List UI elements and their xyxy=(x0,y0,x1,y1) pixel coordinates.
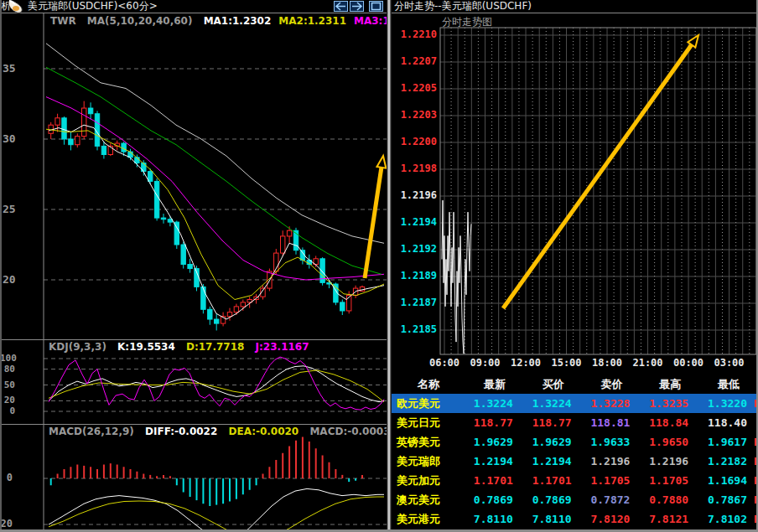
quote-value: 118.77 xyxy=(524,416,583,429)
kdj-d-value: D:17.7718 xyxy=(186,341,244,353)
quote-row[interactable]: 美元日元118.77118.77118.81118.84118.40 xyxy=(392,413,758,432)
macd-dea-value: DEA:-0.0020 xyxy=(228,426,299,437)
kdj-chart[interactable] xyxy=(0,340,387,424)
tick-x-axis: 06:0009:0012:0015:0018:0021:0000:0003:00 xyxy=(392,357,758,370)
quote-value: 0.7869 xyxy=(465,493,524,506)
quote-row[interactable]: 美元加元1.17011.17011.17051.17051.1694 xyxy=(392,471,758,490)
quote-pair-name: 美元港元 xyxy=(392,512,465,527)
candle-body xyxy=(82,108,86,137)
tick-time-label: 21:00 xyxy=(628,357,668,369)
candle-body xyxy=(154,181,158,218)
left-window-title: 美元瑞郎(USDCHF)<60分> xyxy=(28,0,158,13)
tick-price-label: 1.2196 xyxy=(392,189,437,201)
ma-value: MA2:1.2311 xyxy=(278,15,346,27)
tick-chart-svg[interactable] xyxy=(392,13,758,357)
macd-chart[interactable] xyxy=(0,425,387,532)
kdj-y-label: 50 xyxy=(0,380,15,390)
quote-row[interactable]: 欧元美元1.32241.32241.32281.32351.3220 xyxy=(392,394,758,413)
forward-button[interactable] xyxy=(350,1,364,12)
candle-body xyxy=(88,108,92,114)
quote-header-cell: 名称 xyxy=(392,377,465,392)
quote-pair-name: 澳元美元 xyxy=(392,493,465,508)
quote-header-cell: 最低 xyxy=(699,377,758,392)
kdj-label-row: KDJ(9,3,3) K:19.5534 D:17.7718 J:23.1167 xyxy=(49,341,317,353)
y-axis-label: 30 xyxy=(3,132,16,145)
candle-body xyxy=(227,312,231,317)
tick-price-label: 1.2187 xyxy=(392,297,437,308)
tick-time-label: 06:00 xyxy=(424,357,465,369)
quote-row[interactable]: 澳元美元0.78690.78690.78720.78800.7867 xyxy=(392,490,758,509)
macd-y-label: 0 xyxy=(0,472,13,483)
quote-row[interactable]: 美元港元7.81107.81107.81207.81217.8102 xyxy=(392,509,758,529)
candle-body xyxy=(142,163,146,172)
tick-price-label: 1.2207 xyxy=(392,55,437,67)
row-edge-mark xyxy=(755,477,758,484)
macd-label-row: MACD(26,12,9) DIFF:-0.0022 DEA:-0.0020 M… xyxy=(49,426,398,437)
kdj-j-value: J:23.1167 xyxy=(256,341,309,353)
quote-value: 1.9629 xyxy=(524,436,583,448)
row-edge-mark xyxy=(755,496,758,504)
candlestick-panel[interactable]: TWR MA(5,10,20,40,60) MA1:1.2302MA2:1.23… xyxy=(0,13,387,339)
candle-body xyxy=(55,118,60,125)
candlestick-chart[interactable] xyxy=(0,13,387,339)
row-edge-mark xyxy=(755,457,758,465)
tick-price-label: 1.2210 xyxy=(392,28,437,40)
tick-price-label: 1.2185 xyxy=(392,323,437,335)
kdj-y-label: 100 xyxy=(0,353,15,364)
trading-app-window: 析 美元瑞郎(USDCHF)<60分> 分时走势--美元瑞郎(USDCHF) xyxy=(0,0,758,532)
row-edge-mark xyxy=(755,438,758,446)
quote-value: 7.8110 xyxy=(465,513,524,525)
quote-value: 1.3235 xyxy=(641,397,699,410)
quote-value: 1.1701 xyxy=(465,474,524,487)
tick-price-label: 1.2203 xyxy=(392,109,437,121)
macd-panel[interactable]: MACD(26,12,9) DIFF:-0.0022 DEA:-0.0020 M… xyxy=(0,424,387,532)
kdj-panel[interactable]: KDJ(9,3,3) K:19.5534 D:17.7718 J:23.1167… xyxy=(0,339,387,424)
tick-time-label: 09:00 xyxy=(465,357,506,369)
ma-line-ma2 xyxy=(46,129,384,299)
quote-pair-name: 欧元美元 xyxy=(392,396,465,411)
quote-value: 1.1701 xyxy=(524,474,583,487)
quote-value: 1.3224 xyxy=(524,397,583,410)
candle-body xyxy=(75,137,80,145)
quote-value: 1.9650 xyxy=(641,436,699,448)
quote-value: 7.8110 xyxy=(524,513,583,525)
maximize-button[interactable] xyxy=(369,1,383,12)
tick-time-label: 03:00 xyxy=(709,357,750,369)
candle-body xyxy=(122,143,126,152)
quote-pair-name: 英镑美元 xyxy=(392,435,465,450)
quote-value: 1.2194 xyxy=(524,455,583,467)
ma-params: MA(5,10,20,40,60) xyxy=(87,15,193,27)
tick-price-label: 1.2192 xyxy=(392,243,437,255)
quote-value: 1.9633 xyxy=(583,436,641,448)
candle-body xyxy=(281,236,285,253)
annotation-arrow xyxy=(503,41,694,308)
candle-body xyxy=(148,172,153,182)
arrow-right-icon xyxy=(350,2,363,11)
quote-value: 1.1694 xyxy=(699,474,758,487)
quote-value: 0.7872 xyxy=(583,493,641,506)
annotation-arrow xyxy=(365,163,382,278)
tick-price-label: 1.2189 xyxy=(392,270,437,281)
macd-y-label: 20 xyxy=(0,518,13,529)
row-edge-mark xyxy=(755,400,758,407)
candle-body xyxy=(188,265,192,269)
tick-panel[interactable]: 分时走势图 1.22101.22071.22051.22031.22001.21… xyxy=(392,13,758,357)
annotation-arrowhead xyxy=(376,156,386,168)
tick-price-label: 1.2200 xyxy=(392,136,437,147)
quote-table-header: 名称最新买价卖价最高最低 xyxy=(392,375,758,394)
arrow-left-icon xyxy=(335,2,347,11)
candle-body xyxy=(215,319,219,323)
quote-value: 1.2194 xyxy=(465,455,524,467)
quote-row[interactable]: 美元瑞郎1.21941.21941.21961.21961.2182 xyxy=(392,452,758,471)
quote-row[interactable]: 英镑美元1.96291.96291.96331.96501.9617 xyxy=(392,432,758,452)
quote-value: 118.81 xyxy=(583,416,641,429)
quote-value: 7.8121 xyxy=(641,513,699,525)
tick-time-label: 00:00 xyxy=(668,357,709,369)
quote-table: 名称最新买价卖价最高最低欧元美元1.32241.32241.32281.3235… xyxy=(392,375,758,532)
quote-pair-name: 美元瑞郎 xyxy=(392,454,465,469)
quote-value: 0.7867 xyxy=(699,493,758,506)
back-button[interactable] xyxy=(334,1,348,12)
tick-chart-title: 分时走势图 xyxy=(442,15,492,29)
quote-value: 1.3228 xyxy=(583,397,641,410)
quote-value: 1.2196 xyxy=(583,455,641,467)
